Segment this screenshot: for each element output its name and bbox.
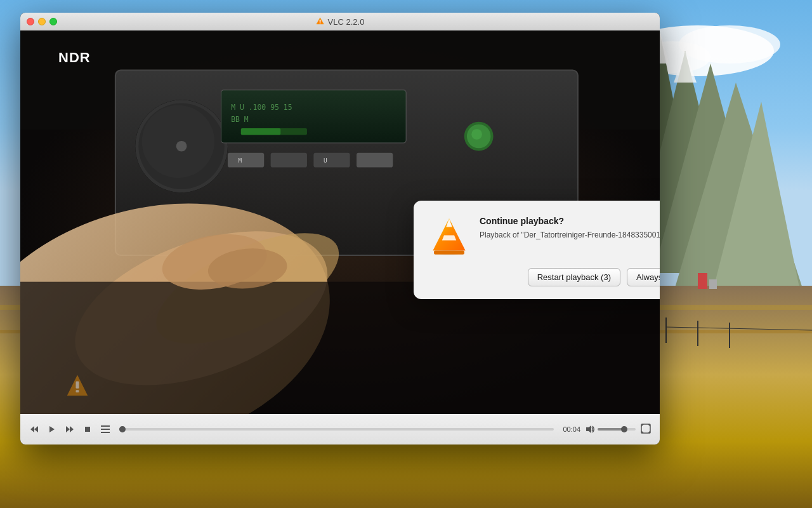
always-continue-button[interactable]: Always continue <box>627 268 660 286</box>
svg-marker-67 <box>70 426 74 432</box>
volume-slider[interactable] <box>598 428 636 431</box>
svg-rect-51 <box>20 282 660 414</box>
svg-marker-8 <box>698 102 812 349</box>
svg-rect-39 <box>228 153 264 168</box>
svg-rect-55 <box>76 382 79 389</box>
svg-point-2 <box>679 25 780 64</box>
dialog-buttons: Restart playback (3) Always continue Con… <box>429 268 660 286</box>
traffic-lights <box>27 18 57 25</box>
rewind-icon <box>30 425 39 434</box>
progress-bar[interactable] <box>119 428 554 431</box>
video-area: M U .100 95 15 BB M M U <box>20 30 660 414</box>
dialog-content: Continue playback? Playback of "Der_Tato… <box>429 216 660 257</box>
svg-marker-66 <box>66 426 70 432</box>
stop-icon <box>84 426 91 432</box>
svg-marker-10 <box>674 51 697 83</box>
vlc-window: VLC 2.2.0 <box>20 13 660 444</box>
svg-marker-60 <box>442 235 456 240</box>
svg-rect-41 <box>271 153 307 168</box>
svg-marker-6 <box>653 64 768 273</box>
play-icon <box>48 425 56 434</box>
volume-icon <box>586 425 596 434</box>
playlist-button[interactable] <box>98 422 113 437</box>
close-button[interactable] <box>27 18 34 25</box>
svg-marker-72 <box>586 425 591 433</box>
volume-fill <box>598 428 624 431</box>
playlist-icon <box>101 425 110 433</box>
svg-marker-63 <box>30 426 34 432</box>
stop-button[interactable] <box>80 422 95 437</box>
svg-marker-7 <box>666 83 812 318</box>
svg-text:U: U <box>324 157 327 164</box>
svg-marker-74 <box>641 424 644 427</box>
rewind-button[interactable] <box>27 422 42 437</box>
svg-rect-56 <box>76 390 79 392</box>
progress-thumb <box>119 426 126 432</box>
svg-rect-42 <box>313 153 350 168</box>
svg-marker-64 <box>34 426 38 432</box>
svg-point-32 <box>176 141 187 152</box>
fast-forward-icon <box>65 425 74 434</box>
svg-point-31 <box>142 105 215 178</box>
vlc-title-icon <box>316 17 325 26</box>
ndr-logo: NDR <box>58 50 91 66</box>
svg-line-19 <box>666 327 812 330</box>
svg-rect-22 <box>320 20 321 22</box>
svg-rect-73 <box>641 424 650 433</box>
svg-text:M   U    .100 95   15: M U .100 95 15 <box>231 103 292 112</box>
window-title: VLC 2.2.0 <box>316 17 365 27</box>
svg-rect-44 <box>357 153 393 168</box>
volume-area <box>586 425 636 434</box>
svg-marker-76 <box>641 431 644 433</box>
svg-marker-65 <box>49 426 55 432</box>
svg-rect-38 <box>241 128 280 135</box>
fullscreen-button[interactable] <box>638 421 653 438</box>
maximize-button[interactable] <box>49 18 57 25</box>
svg-rect-14 <box>698 273 707 289</box>
title-bar: VLC 2.2.0 <box>20 13 660 30</box>
svg-marker-77 <box>648 431 650 433</box>
dialog-text-area: Continue playback? Playback of "Der_Tato… <box>480 216 660 241</box>
svg-rect-71 <box>101 432 110 433</box>
restart-playback-button[interactable]: Restart playback (3) <box>528 268 620 286</box>
svg-rect-23 <box>320 22 321 23</box>
svg-rect-68 <box>85 427 90 432</box>
continue-playback-dialog: Continue playback? Playback of "Der_Tato… <box>414 201 660 299</box>
svg-marker-75 <box>648 424 650 427</box>
dialog-vlc-icon <box>429 216 469 257</box>
svg-text:M: M <box>239 157 242 164</box>
svg-rect-15 <box>709 279 717 289</box>
minimize-button[interactable] <box>38 18 46 25</box>
vlc-watermark <box>65 373 90 401</box>
controls-bar: 00:04 <box>20 414 660 444</box>
svg-rect-69 <box>101 425 110 427</box>
dialog-title: Continue playback? <box>480 216 660 226</box>
fullscreen-icon <box>641 424 651 434</box>
svg-rect-61 <box>434 250 464 254</box>
svg-text:BB     M: BB M <box>231 115 249 124</box>
dialog-message: Playback of "Der_Tatortreiniger-Freunde-… <box>480 230 660 241</box>
svg-rect-70 <box>101 429 110 430</box>
play-button[interactable] <box>44 422 60 437</box>
svg-point-47 <box>471 129 482 140</box>
volume-thumb <box>621 426 627 432</box>
time-display: 00:04 <box>563 425 580 433</box>
fast-forward-button[interactable] <box>62 422 77 437</box>
